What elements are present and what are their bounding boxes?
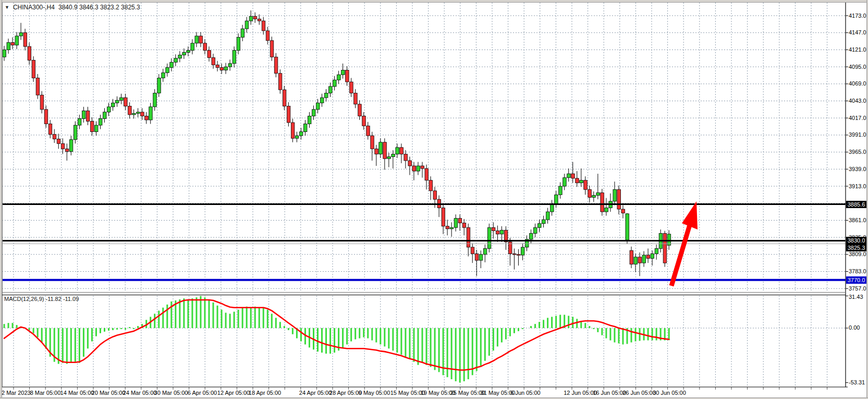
bull-candle[interactable] <box>157 78 161 93</box>
bear-candle[interactable] <box>287 106 290 123</box>
bear-candle[interactable] <box>366 126 370 136</box>
bull-candle[interactable] <box>228 64 232 67</box>
bear-candle[interactable] <box>128 106 132 115</box>
bear-candle[interactable] <box>36 78 40 95</box>
bull-candle[interactable] <box>651 254 654 259</box>
bull-candle[interactable] <box>178 55 182 58</box>
bull-candle[interactable] <box>149 107 153 120</box>
bull-candle[interactable] <box>555 195 558 204</box>
bull-candle[interactable] <box>642 255 646 263</box>
bull-candle[interactable] <box>249 16 253 21</box>
bear-candle[interactable] <box>61 143 65 149</box>
bear-candle[interactable] <box>617 189 621 209</box>
bull-candle[interactable] <box>166 67 169 72</box>
bear-candle[interactable] <box>350 82 353 93</box>
bull-candle[interactable] <box>3 50 6 57</box>
bear-candle[interactable] <box>496 231 499 234</box>
bear-candle[interactable] <box>220 67 224 70</box>
bear-candle[interactable] <box>90 121 94 131</box>
bear-candle[interactable] <box>23 33 27 46</box>
bear-candle[interactable] <box>571 174 575 178</box>
bear-candle[interactable] <box>199 36 203 43</box>
chart-canvas[interactable] <box>0 0 868 399</box>
bear-candle[interactable] <box>86 111 90 121</box>
bull-candle[interactable] <box>153 93 157 106</box>
bear-candle[interactable] <box>584 180 588 190</box>
bear-candle[interactable] <box>358 104 362 116</box>
bull-candle[interactable] <box>308 116 311 124</box>
bear-candle[interactable] <box>512 254 516 255</box>
bear-candle[interactable] <box>663 234 667 263</box>
bear-candle[interactable] <box>11 43 15 45</box>
bull-candle[interactable] <box>103 112 106 119</box>
bull-candle[interactable] <box>337 75 341 80</box>
bull-candle[interactable] <box>325 93 328 98</box>
bull-candle[interactable] <box>237 38 240 51</box>
bear-candle[interactable] <box>425 168 429 180</box>
bull-candle[interactable] <box>15 36 18 45</box>
bear-candle[interactable] <box>253 16 257 19</box>
bull-candle[interactable] <box>396 148 399 154</box>
bull-candle[interactable] <box>341 70 345 75</box>
bear-candle[interactable] <box>207 51 211 58</box>
bull-candle[interactable] <box>479 255 483 260</box>
bear-candle[interactable] <box>458 219 462 223</box>
bull-candle[interactable] <box>69 140 73 152</box>
bull-candle[interactable] <box>19 33 23 36</box>
bull-candle[interactable] <box>321 98 324 103</box>
bull-candle[interactable] <box>299 132 303 136</box>
bear-candle[interactable] <box>576 178 579 183</box>
bear-candle[interactable] <box>145 116 149 120</box>
bull-candle[interactable] <box>596 193 600 196</box>
bear-candle[interactable] <box>462 223 466 227</box>
bear-candle[interactable] <box>65 149 69 151</box>
bull-candle[interactable] <box>191 43 194 51</box>
bull-candle[interactable] <box>500 230 504 234</box>
bear-candle[interactable] <box>266 31 270 41</box>
bull-candle[interactable] <box>542 220 546 224</box>
bear-candle[interactable] <box>44 110 48 124</box>
bear-candle[interactable] <box>408 161 412 166</box>
bear-candle[interactable] <box>216 65 219 67</box>
bull-candle[interactable] <box>567 174 571 178</box>
bull-candle[interactable] <box>450 227 454 229</box>
bull-candle[interactable] <box>112 103 115 107</box>
bear-candle[interactable] <box>646 255 650 258</box>
bull-candle[interactable] <box>82 111 85 118</box>
bear-candle[interactable] <box>354 93 358 104</box>
bear-candle[interactable] <box>203 43 207 51</box>
bull-candle[interactable] <box>530 234 533 239</box>
chevron-down-icon[interactable]: ▼ <box>5 5 9 10</box>
bear-candle[interactable] <box>124 98 128 106</box>
bear-candle[interactable] <box>429 180 433 191</box>
bear-candle[interactable] <box>471 247 474 254</box>
bull-candle[interactable] <box>74 125 77 140</box>
bull-candle[interactable] <box>379 142 383 154</box>
bull-candle[interactable] <box>417 166 420 171</box>
bull-candle[interactable] <box>387 156 391 159</box>
bear-candle[interactable] <box>601 193 604 212</box>
bear-candle[interactable] <box>362 116 366 126</box>
bull-candle[interactable] <box>132 113 136 115</box>
bull-candle[interactable] <box>563 178 567 186</box>
bull-candle[interactable] <box>224 67 228 70</box>
bull-candle[interactable] <box>99 118 102 125</box>
bull-candle[interactable] <box>538 224 542 228</box>
bull-candle[interactable] <box>233 51 236 64</box>
bear-candle[interactable] <box>517 255 520 256</box>
bear-candle[interactable] <box>53 135 56 139</box>
bear-candle[interactable] <box>412 166 416 171</box>
bear-candle[interactable] <box>262 21 265 31</box>
bull-candle[interactable] <box>592 196 596 198</box>
bull-candle[interactable] <box>580 180 583 183</box>
bear-candle[interactable] <box>621 209 625 213</box>
bull-candle[interactable] <box>137 112 140 114</box>
bull-candle[interactable] <box>613 189 617 201</box>
bull-candle[interactable] <box>559 186 563 195</box>
bull-candle[interactable] <box>655 248 658 253</box>
bear-candle[interactable] <box>48 124 52 135</box>
bear-candle[interactable] <box>371 136 374 149</box>
bear-candle[interactable] <box>40 95 44 110</box>
bull-candle[interactable] <box>312 110 315 116</box>
bull-candle[interactable] <box>534 227 537 233</box>
